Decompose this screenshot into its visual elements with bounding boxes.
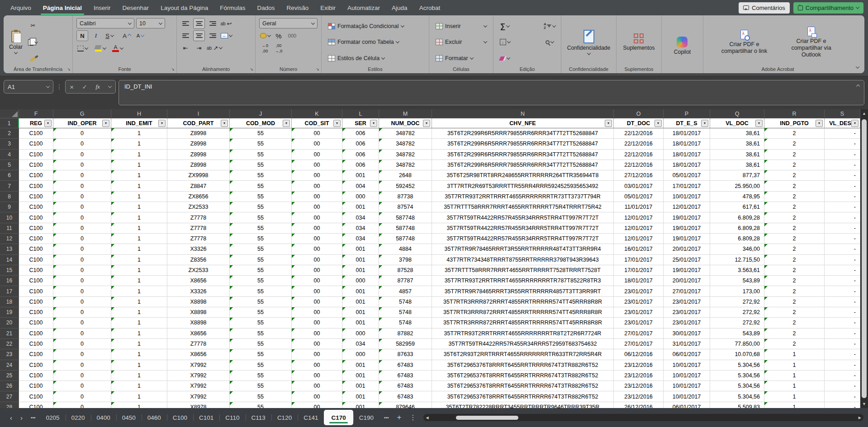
cell-K24[interactable]: 00: [292, 360, 342, 371]
cell-I14[interactable]: Z8356: [167, 255, 230, 265]
cell-M5[interactable]: 348782: [379, 160, 432, 170]
clear-button[interactable]: [499, 53, 511, 64]
sheet-tab-c100[interactable]: C100: [167, 411, 193, 424]
cell-M24[interactable]: 67483: [379, 360, 432, 371]
row-header-4[interactable]: 4: [0, 150, 19, 160]
cell-I26[interactable]: X7992: [167, 381, 230, 391]
cell-K6[interactable]: 00: [292, 170, 342, 181]
scroll-up-icon[interactable]: ▲: [862, 109, 866, 117]
cell-G20[interactable]: 0: [53, 318, 111, 328]
cell-I17[interactable]: X3326: [167, 286, 230, 296]
drag-handle-icon[interactable]: ⋮: [56, 80, 62, 90]
cell-R11[interactable]: 2: [764, 223, 825, 234]
cell-J22[interactable]: 55: [230, 339, 292, 349]
cell-S17[interactable]: -: [825, 286, 860, 296]
cell-O11[interactable]: 12/01/2017: [614, 223, 664, 234]
filter-button-CHV_NFE[interactable]: ▾: [605, 120, 612, 127]
cell-G17[interactable]: 0: [53, 286, 111, 296]
cell-P6[interactable]: 05/01/2017: [664, 170, 710, 181]
cell-P14[interactable]: 25/01/2017: [664, 255, 710, 265]
cell-L25[interactable]: 001: [342, 371, 379, 381]
percent-button[interactable]: %: [273, 30, 285, 41]
cell-M14[interactable]: 3798: [379, 255, 432, 265]
cell-M10[interactable]: 587748: [379, 212, 432, 223]
cell-R24[interactable]: 1: [764, 360, 825, 371]
cell-O23[interactable]: 06/12/2016: [614, 349, 664, 360]
enter-button[interactable]: ✓: [82, 84, 87, 90]
cell-K9[interactable]: 00: [292, 202, 342, 212]
cell-N13[interactable]: 35T7RTR9R78465RRRT3R55RRTRRRRR48T4T3TT3R…: [432, 244, 614, 254]
cell-I20[interactable]: X8898: [167, 318, 230, 328]
cell-O6[interactable]: 27/12/2016: [614, 170, 664, 181]
cell-G3[interactable]: 0: [53, 139, 111, 149]
menu-tab-inserir[interactable]: Inserir: [88, 0, 117, 15]
cell-F27[interactable]: C100: [19, 391, 53, 402]
cell-P28[interactable]: 06/01/2017: [664, 402, 710, 408]
column-header-K[interactable]: K: [292, 109, 342, 118]
cell-J17[interactable]: 55: [230, 286, 292, 296]
cell-O9[interactable]: 11/01/2017: [614, 202, 664, 212]
cell-R26[interactable]: 1: [764, 381, 825, 391]
cell-N2[interactable]: 35T6T2R299R6R5RRR79855RR6RRR34T7T2TT5268…: [432, 128, 614, 139]
create-pdf-link-button[interactable]: Criar PDF e compartilhar o link: [711, 30, 778, 55]
cell-O4[interactable]: 22/12/2016: [614, 150, 664, 160]
cell-J14[interactable]: 55: [230, 255, 292, 265]
format-painter-button[interactable]: [27, 54, 39, 65]
cell-K3[interactable]: 00: [292, 139, 342, 149]
select-all-button[interactable]: [0, 109, 19, 118]
cell-L2[interactable]: 006: [342, 128, 379, 139]
sheet-tab-c141[interactable]: C141: [298, 411, 324, 424]
cell-P27[interactable]: 10/01/2017: [664, 391, 710, 402]
menu-tab-arquivo[interactable]: Arquivo: [5, 0, 37, 15]
orientation-button[interactable]: ab↗: [207, 42, 222, 53]
bold-button[interactable]: N: [76, 30, 88, 41]
cell-R27[interactable]: 1: [764, 391, 825, 402]
row-header-13[interactable]: 13: [0, 244, 19, 254]
cell-J28[interactable]: 55: [230, 402, 292, 408]
sheet-tab-c190[interactable]: C190: [353, 411, 379, 424]
cell-K14[interactable]: 00: [292, 255, 342, 265]
cell-J21[interactable]: 55: [230, 328, 292, 339]
cell-N4[interactable]: 35T6T2R299R6R5RRR79855RR6RRR34T7T2TT5268…: [432, 150, 614, 160]
cell-R3[interactable]: 2: [764, 139, 825, 149]
cell-O21[interactable]: 27/01/2017: [614, 328, 664, 339]
cell-K1[interactable]: COD_SIT▾: [292, 118, 342, 128]
font-size-select[interactable]: 10: [136, 18, 165, 28]
cell-M11[interactable]: 587748: [379, 223, 432, 234]
cell-S8[interactable]: -: [825, 192, 860, 202]
cell-J2[interactable]: 55: [230, 128, 292, 139]
cell-P8[interactable]: 10/01/2017: [664, 192, 710, 202]
cell-H14[interactable]: 1: [111, 255, 167, 265]
cell-G11[interactable]: 0: [53, 223, 111, 234]
cell-L24[interactable]: 001: [342, 360, 379, 371]
cell-Q24[interactable]: 5.304,56: [710, 360, 764, 371]
cell-M3[interactable]: 348782: [379, 139, 432, 149]
filter-button-IND_PGTO[interactable]: ▾: [816, 120, 823, 127]
decrease-font-button[interactable]: A: [134, 30, 146, 41]
filter-button-COD_MOD[interactable]: ▾: [283, 120, 290, 127]
cell-O16[interactable]: 18/01/2017: [614, 276, 664, 286]
cell-F17[interactable]: C100: [19, 286, 53, 296]
cell-G28[interactable]: 0: [53, 402, 111, 408]
cell-S13[interactable]: -: [825, 244, 860, 254]
cell-N3[interactable]: 35T6T2R299R6R5RRR79855RR6RRR34T7T2TT5268…: [432, 139, 614, 149]
cell-P20[interactable]: 23/01/2017: [664, 318, 710, 328]
cell-L1[interactable]: SER▾: [342, 118, 379, 128]
cell-J12[interactable]: 55: [230, 234, 292, 244]
cell-L9[interactable]: 001: [342, 202, 379, 212]
cell-F11[interactable]: C100: [19, 223, 53, 234]
cell-P16[interactable]: 20/01/2017: [664, 276, 710, 286]
next-sheet-icon[interactable]: ›: [17, 414, 26, 422]
cell-H6[interactable]: 1: [111, 170, 167, 181]
delete-cells-button[interactable]: Excluir: [434, 37, 489, 47]
row-header-19[interactable]: 19: [0, 307, 19, 318]
cell-M27[interactable]: 67483: [379, 391, 432, 402]
cell-G23[interactable]: 0: [53, 349, 111, 360]
cell-H2[interactable]: 1: [111, 128, 167, 139]
cell-L4[interactable]: 006: [342, 150, 379, 160]
sheet-tab-c120[interactable]: C120: [271, 411, 298, 424]
cell-H27[interactable]: 1: [111, 391, 167, 402]
cell-Q26[interactable]: 5.304,56: [710, 381, 764, 391]
vertical-scrollbar[interactable]: ▲ ▼: [860, 109, 868, 408]
row-header-2[interactable]: 2: [0, 128, 19, 139]
